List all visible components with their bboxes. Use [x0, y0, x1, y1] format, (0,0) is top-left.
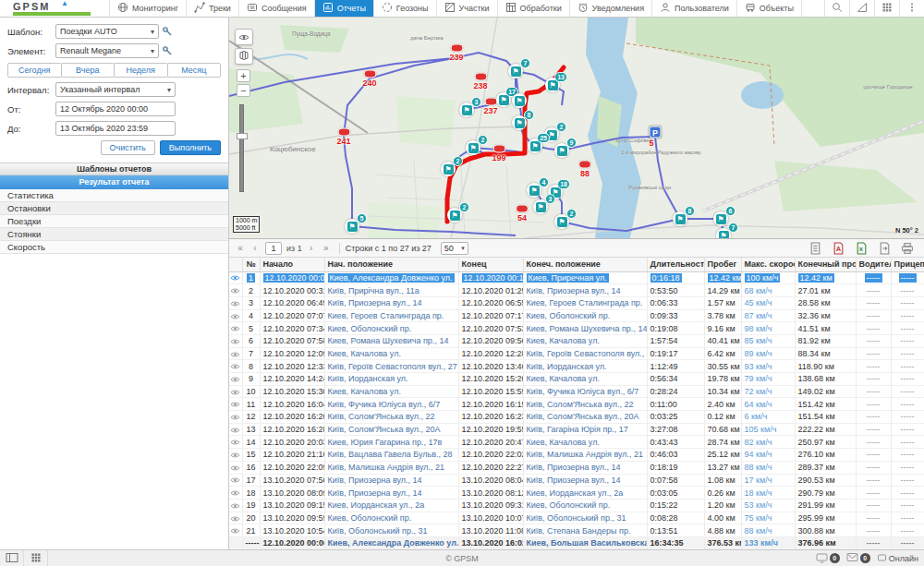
column-header[interactable]: № [242, 258, 260, 271]
export-excel-button[interactable]: x [852, 241, 870, 256]
range-button-1[interactable]: Вчера [61, 63, 116, 78]
speed-violation-sign[interactable]: 54 [516, 205, 529, 223]
map-marker[interactable]: ⚑2 [441, 162, 456, 176]
eye-icon[interactable] [229, 309, 242, 322]
eye-icon[interactable] [229, 322, 242, 335]
apps-button[interactable] [874, 0, 899, 17]
trip-row[interactable]: 112.10.2020 00:00:01Киев, Александра Дов… [229, 271, 924, 284]
trip-row[interactable]: 1612.10.2020 22:09:33Київ, Малишка Андрі… [229, 461, 924, 474]
eye-icon[interactable] [229, 385, 242, 398]
map-marker[interactable]: ⚑2 [554, 214, 569, 229]
eye-icon[interactable] [229, 411, 242, 424]
eye-icon[interactable] [229, 360, 242, 373]
speed-violation-sign[interactable]: 88 [578, 161, 591, 178]
eye-icon[interactable] [229, 347, 242, 360]
eye-icon[interactable] [229, 461, 242, 474]
eye-icon[interactable] [229, 296, 242, 309]
range-button-0[interactable]: Сегодня [7, 63, 62, 78]
map-marker[interactable]: ⚑7 [508, 64, 523, 78]
interval-select[interactable]: Указанный интервал▾ [55, 82, 176, 97]
eye-icon[interactable] [229, 373, 242, 386]
eye-icon[interactable] [229, 398, 242, 411]
eye-icon[interactable] [229, 487, 242, 500]
map-marker[interactable]: ⚑13 [545, 78, 560, 92]
map-marker[interactable]: ⚑3 [459, 102, 474, 117]
layers-button[interactable] [235, 48, 253, 65]
template-settings-button[interactable] [159, 26, 176, 37]
page-size-select[interactable]: 50▾ [441, 242, 468, 255]
map-marker[interactable]: ⚑ [512, 93, 527, 108]
column-header[interactable]: Конеч. положение [523, 258, 647, 271]
visibility-button[interactable] [235, 29, 253, 45]
eye-icon[interactable] [229, 474, 242, 487]
map-marker[interactable]: ⚑4 [527, 183, 541, 198]
map-marker[interactable]: ⚑8 [673, 211, 687, 226]
column-header[interactable]: Начало [260, 258, 324, 271]
online-status[interactable]: Онлайн [877, 553, 918, 564]
eye-icon[interactable] [229, 334, 242, 347]
measure-button[interactable] [849, 0, 874, 17]
map-marker[interactable]: ⚑9 [554, 143, 569, 158]
range-button-3[interactable]: Месяц [167, 63, 222, 78]
range-button-2[interactable]: Неделя [114, 63, 168, 78]
sidebar-item[interactable]: Поездки [0, 215, 228, 228]
trip-row[interactable]: 1312.10.2020 16:28:39Київ, Солом'Янська … [229, 423, 924, 436]
column-header[interactable]: Длительность [647, 258, 704, 271]
from-date-input[interactable]: 12 Октябрь 2020 00:00 [55, 102, 176, 116]
trip-row[interactable]: 512.10.2020 07:34:08Киев, Оболонский пр.… [229, 322, 924, 335]
speed-violation-sign[interactable]: 238 [473, 73, 487, 90]
eye-icon[interactable] [229, 436, 242, 449]
trip-row[interactable]: 2013.10.2020 09:59:20Киев, Оболонский пр… [229, 512, 924, 524]
element-settings-button[interactable] [159, 45, 176, 56]
trip-row[interactable]: 1713.10.2020 07:56:54Київ, Приозерна вул… [229, 474, 924, 487]
export-pdf-button[interactable]: A [829, 241, 847, 256]
trip-row[interactable]: 2113.10.2020 10:54:48Київ, Оболонський п… [229, 524, 924, 537]
mail-indicator[interactable]: 0 [846, 552, 870, 564]
print-button[interactable] [898, 241, 917, 256]
trip-row[interactable]: 412.10.2020 07:07:35Киев, Героев Сталинг… [229, 309, 924, 322]
speed-violation-sign[interactable]: 240 [362, 70, 376, 88]
last-page-button[interactable]: » [319, 243, 334, 253]
trip-row[interactable]: 212.10.2020 00:31:11Київ, Прирічна вул.,… [229, 284, 924, 297]
map-marker[interactable]: ⚑3 [533, 199, 548, 214]
map-marker[interactable]: ⚑17 [496, 92, 511, 107]
map-marker[interactable]: ⚑5 [345, 219, 359, 234]
tab-4[interactable]: Геозоны [373, 0, 436, 17]
eye-icon[interactable] [229, 449, 242, 462]
parking-marker[interactable]: P5 [650, 126, 662, 148]
tab-3[interactable]: Отчеты [314, 0, 373, 17]
templates-section-header[interactable]: Шаблоны отчетов [0, 163, 228, 175]
trip-row[interactable]: 1212.10.2020 16:20:14Київ, Солом'Янська … [229, 411, 924, 424]
trip-row[interactable]: 1412.10.2020 20:03:47Киев, Юрия Гагарина… [229, 436, 924, 449]
column-header[interactable]: Макс. скорость [741, 258, 795, 271]
eye-icon[interactable] [229, 271, 242, 284]
tab-7[interactable]: Уведомления [569, 0, 651, 17]
next-page-button[interactable]: › [304, 243, 319, 253]
template-select[interactable]: Поездки AUTO▾ [55, 24, 159, 39]
tab-5[interactable]: Участки [436, 0, 497, 17]
trip-row[interactable]: 1512.10.2020 21:16:30Київ, Вацлава Гавел… [229, 449, 924, 462]
to-date-input[interactable]: 13 Октябрь 2020 23:59 [55, 121, 176, 136]
map-marker[interactable]: ⚑2 [466, 140, 480, 155]
speed-violation-sign[interactable]: 241 [336, 128, 350, 146]
eye-icon[interactable] [229, 284, 242, 297]
trip-row[interactable]: 912.10.2020 14:24:16Київ, Иорданская ул.… [229, 373, 924, 386]
column-header[interactable]: Нач. положение [324, 258, 458, 271]
trip-row[interactable]: 812.10.2020 12:33:27Київ, Героїв Севасто… [229, 360, 924, 373]
map-marker[interactable]: ⚑6 [713, 211, 728, 226]
tab-2[interactable]: Сообщения [238, 0, 314, 17]
map[interactable]: КоцюбинскоеПуща-Водицядача Берізкаурочищ… [229, 18, 924, 238]
column-header[interactable]: Прицеп [891, 258, 924, 271]
tab-1[interactable]: Треки [186, 0, 238, 17]
column-header[interactable]: Конечный пробег [795, 258, 856, 271]
gpsm-logo[interactable]: GPSM▲ [0, 0, 109, 17]
more-menu-button[interactable] [899, 0, 924, 17]
speed-violation-sign[interactable]: 199 [492, 145, 505, 163]
zoom-out-button[interactable]: − [237, 84, 250, 97]
messages-indicator[interactable]: 0 [816, 552, 840, 565]
tab-9[interactable]: Объекты [736, 0, 802, 17]
zoom-slider[interactable] [239, 104, 244, 192]
map-marker[interactable]: ⚑8 [512, 115, 527, 130]
run-button[interactable]: Выполнить [160, 140, 221, 155]
map-marker[interactable]: ⚑25 [528, 138, 542, 153]
